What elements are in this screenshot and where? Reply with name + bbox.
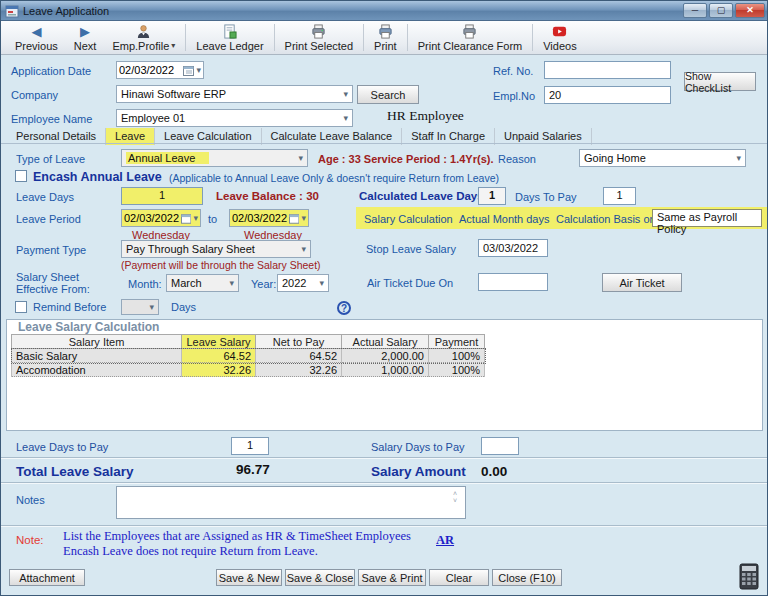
payment-type-select[interactable]: Pay Through Salary Sheet ▾ [121, 240, 311, 258]
employee-role-text: HR Employee [387, 108, 464, 124]
leave-application-window: Leave Application ─ ▢ ✕ ◀ Previous ▶ Nex… [0, 0, 768, 596]
col-actual-salary[interactable]: Actual Salary [342, 335, 429, 349]
toolbar-separator [363, 24, 364, 51]
salary-amount-label: Salary Amount [371, 464, 466, 479]
calculation-basis-value[interactable]: Same as Payroll Policy [652, 209, 762, 227]
print-clearance-form-button[interactable]: Print Clearance Form [410, 21, 531, 54]
leave-days-to-pay-label: Leave Days to Pay [16, 441, 108, 453]
reason-value: Going Home [584, 152, 736, 164]
search-button[interactable]: Search [357, 85, 419, 104]
employee-name-select[interactable]: Employee 01 ▾ [116, 109, 353, 127]
previous-icon: ◀ [31, 24, 41, 39]
stop-leave-salary-label: Stop Leave Salary [366, 243, 456, 255]
salary-days-to-pay-input[interactable] [481, 437, 519, 455]
calculator-icon[interactable] [739, 563, 759, 590]
col-net-to-pay[interactable]: Net to Pay [256, 335, 342, 349]
clear-button[interactable]: Clear [429, 569, 489, 586]
application-date-field[interactable]: 02/03/2022 ▾ [116, 61, 204, 79]
divider [1, 457, 768, 459]
leave-period-label: Leave Period [16, 213, 81, 225]
close-button[interactable]: ✕ [735, 3, 765, 18]
next-button[interactable]: ▶ Next [66, 21, 105, 54]
show-checklist-button[interactable]: Show CheckList [684, 72, 756, 91]
table-row[interactable]: Basic Salary 64.52 64.52 2,000.00 100% [12, 349, 485, 363]
cell-actual-salary: 2,000.00 [342, 349, 429, 363]
stop-leave-salary-input[interactable] [478, 239, 548, 257]
divider [1, 525, 768, 527]
leave-days-to-pay-input[interactable]: 1 [231, 437, 269, 455]
calculated-leave-days-input[interactable]: 1 [478, 187, 506, 205]
air-ticket-button[interactable]: Air Ticket [602, 273, 682, 292]
save-close-button[interactable]: Save & Close [285, 569, 355, 586]
col-salary-item[interactable]: Salary Item [12, 335, 182, 349]
empl-no-label: Empl.No [493, 90, 535, 102]
notes-textarea[interactable] [116, 486, 466, 519]
encash-annual-leave-label: Encash Annual Leave [33, 170, 162, 184]
type-of-leave-value: Annual Leave [126, 152, 209, 164]
remind-days-label: Days [171, 301, 196, 313]
month-select[interactable]: March ▾ [166, 274, 239, 292]
window-title: Leave Application [23, 5, 109, 17]
tab-divider [1, 143, 768, 144]
videos-button[interactable]: Videos [535, 21, 584, 54]
help-icon[interactable]: ? [337, 301, 351, 315]
payment-type-label: Payment Type [16, 244, 86, 256]
note-line2: Encash Leave does not require Return fro… [63, 544, 318, 559]
salary-calc-table: Salary Item Leave Salary Net to Pay Actu… [11, 334, 485, 377]
leave-period-from-field[interactable]: 02/03/2022 ▾ [121, 209, 201, 227]
col-leave-salary[interactable]: Leave Salary [182, 335, 256, 349]
air-ticket-due-input[interactable] [478, 273, 548, 291]
remind-before-checkbox[interactable] [15, 301, 27, 313]
leave-period-from-value: 02/03/2022 [124, 212, 179, 224]
ref-no-input[interactable] [544, 61, 671, 79]
leave-period-from-dropdown-icon[interactable]: ▾ [193, 213, 198, 223]
days-to-pay-input[interactable]: 1 [603, 187, 636, 205]
reason-select[interactable]: Going Home ▾ [579, 149, 746, 167]
cell-net-to-pay: 32.26 [256, 363, 342, 377]
emp-profile-button[interactable]: Emp.Profile ▾ [104, 21, 183, 54]
scroll-down-icon[interactable]: ˅ [453, 497, 457, 504]
reason-label: Reason [498, 153, 536, 165]
ar-link[interactable]: AR [436, 533, 454, 548]
table-header-row: Salary Item Leave Salary Net to Pay Actu… [12, 335, 485, 349]
salary-days-to-pay-label: Salary Days to Pay [371, 441, 465, 453]
leave-period-to-field[interactable]: 02/03/2022 ▾ [229, 209, 309, 227]
maximize-button[interactable]: ▢ [709, 3, 733, 18]
close-f10-button[interactable]: Close (F10) [492, 569, 562, 586]
employee-name-value: Employee 01 [121, 112, 343, 124]
leave-days-input[interactable]: 1 [121, 187, 203, 205]
salary-sheet-label-line2: Effective From: [16, 283, 90, 295]
previous-label: Previous [15, 40, 58, 52]
company-select[interactable]: Hinawi Software ERP ▾ [116, 85, 353, 103]
total-leave-salary-value: 96.77 [236, 462, 270, 477]
save-new-button[interactable]: Save & New [216, 569, 282, 586]
emp-profile-dropdown-icon[interactable]: ▾ [171, 41, 175, 50]
notes-scroll-arrows[interactable]: ˄˅ [453, 490, 457, 504]
cell-payment: 100% [429, 363, 485, 377]
leave-period-to-dropdown-icon[interactable]: ▾ [301, 213, 306, 223]
print-selected-button[interactable]: Print Selected [277, 21, 361, 54]
table-row[interactable]: Accomodation 32.26 32.26 1,000.00 100% [12, 363, 485, 377]
application-date-dropdown-icon[interactable]: ▾ [196, 65, 201, 75]
leave-ledger-label: Leave Ledger [196, 40, 263, 52]
leave-ledger-icon [222, 24, 237, 39]
save-print-button[interactable]: Save & Print [358, 569, 426, 586]
type-of-leave-select[interactable]: Annual Leave ▾ [121, 149, 308, 167]
print-button[interactable]: Print [366, 21, 405, 54]
ref-no-label: Ref. No. [493, 65, 533, 77]
encash-hint-text: (Applicable to Annual Leave Only & doesn… [169, 172, 499, 184]
total-leave-salary-label: Total Leave Salary [16, 464, 134, 479]
attachment-button[interactable]: Attachment [9, 569, 85, 586]
empl-no-input[interactable] [544, 86, 671, 104]
calculated-leave-days-label: Calculated Leave Days [359, 190, 484, 202]
previous-button[interactable]: ◀ Previous [7, 21, 66, 54]
salary-sheet-label-line1: Salary Sheet [16, 271, 79, 283]
minimize-button[interactable]: ─ [683, 3, 707, 18]
calendar-icon [181, 213, 191, 224]
leave-ledger-button[interactable]: Leave Ledger [188, 21, 271, 54]
col-payment[interactable]: Payment [429, 335, 485, 349]
encash-annual-leave-checkbox[interactable] [15, 170, 27, 182]
scroll-up-icon[interactable]: ˄ [453, 490, 457, 497]
remind-days-select[interactable]: ▾ [121, 299, 159, 315]
year-select[interactable]: 2022 ▾ [277, 274, 329, 292]
